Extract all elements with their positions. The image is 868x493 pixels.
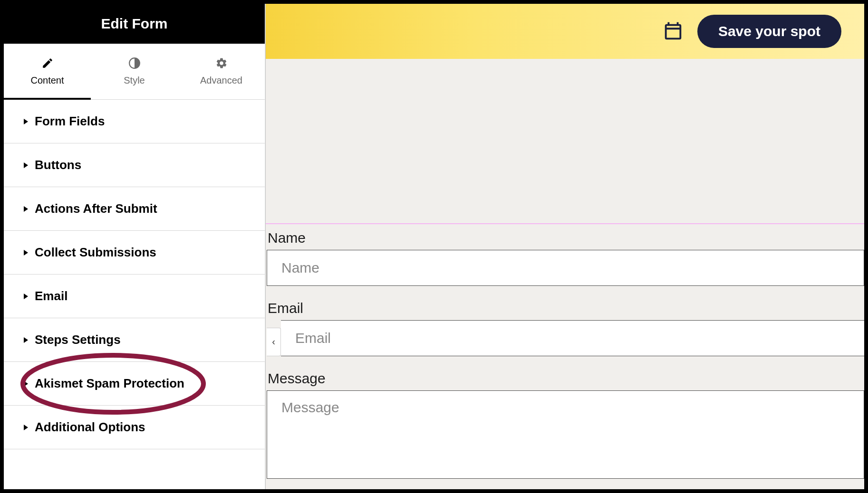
section-label: Email bbox=[35, 289, 68, 303]
caret-right-icon bbox=[24, 381, 28, 387]
section-akismet-spam-protection[interactable]: Akismet Spam Protection bbox=[4, 362, 265, 406]
gear-icon bbox=[215, 57, 228, 69]
calendar-icon bbox=[662, 20, 684, 42]
section-steps-settings[interactable]: Steps Settings bbox=[4, 318, 265, 362]
email-input[interactable] bbox=[281, 320, 864, 356]
message-label: Message bbox=[267, 369, 864, 390]
sidebar-sections: Form Fields Buttons Actions After Submit… bbox=[4, 100, 265, 489]
tab-content[interactable]: Content bbox=[4, 44, 91, 99]
tab-label: Advanced bbox=[200, 75, 242, 86]
section-label: Steps Settings bbox=[35, 332, 121, 347]
section-additional-options[interactable]: Additional Options bbox=[4, 406, 265, 449]
name-input[interactable] bbox=[267, 250, 864, 286]
caret-right-icon bbox=[24, 425, 28, 430]
section-label: Buttons bbox=[35, 158, 81, 172]
sidebar: Edit Form Content Style bbox=[4, 4, 265, 489]
preview-canvas: Save your spot Name Email ‹ bbox=[265, 4, 864, 489]
empty-area bbox=[266, 59, 864, 224]
section-label: Actions After Submit bbox=[35, 201, 157, 216]
section-label: Akismet Spam Protection bbox=[35, 376, 184, 391]
section-form-fields[interactable]: Form Fields bbox=[4, 100, 265, 143]
section-actions-after-submit[interactable]: Actions After Submit bbox=[4, 187, 265, 231]
caret-right-icon bbox=[24, 206, 28, 212]
form-preview: Name Email ‹ Message bbox=[266, 224, 864, 489]
section-email[interactable]: Email bbox=[4, 275, 265, 318]
tab-advanced[interactable]: Advanced bbox=[178, 44, 265, 99]
sidebar-title: Edit Form bbox=[4, 4, 265, 44]
name-label: Name bbox=[267, 228, 864, 250]
sidebar-tabs: Content Style Advanced bbox=[4, 44, 265, 100]
tab-label: Style bbox=[124, 75, 145, 86]
section-label: Additional Options bbox=[35, 420, 145, 435]
message-input[interactable] bbox=[267, 390, 864, 479]
field-name: Name bbox=[267, 224, 864, 294]
section-buttons[interactable]: Buttons bbox=[4, 143, 265, 187]
half-circle-icon bbox=[128, 57, 141, 69]
email-label: Email bbox=[267, 298, 864, 320]
section-collect-submissions[interactable]: Collect Submissions bbox=[4, 231, 265, 275]
section-label: Collect Submissions bbox=[35, 245, 156, 260]
caret-right-icon bbox=[24, 119, 28, 124]
tab-label: Content bbox=[30, 75, 64, 86]
preview-topbar: Save your spot bbox=[266, 4, 864, 59]
caret-right-icon bbox=[24, 250, 28, 256]
save-your-spot-button[interactable]: Save your spot bbox=[697, 15, 841, 48]
section-label: Form Fields bbox=[35, 114, 105, 129]
pencil-icon bbox=[41, 57, 54, 69]
caret-right-icon bbox=[24, 162, 28, 168]
field-email: Email ‹ bbox=[267, 294, 864, 365]
caret-right-icon bbox=[24, 337, 28, 343]
field-message: Message bbox=[267, 365, 864, 489]
collapse-sidebar-handle[interactable]: ‹ bbox=[267, 328, 281, 356]
caret-right-icon bbox=[24, 294, 28, 299]
tab-style[interactable]: Style bbox=[91, 44, 178, 99]
